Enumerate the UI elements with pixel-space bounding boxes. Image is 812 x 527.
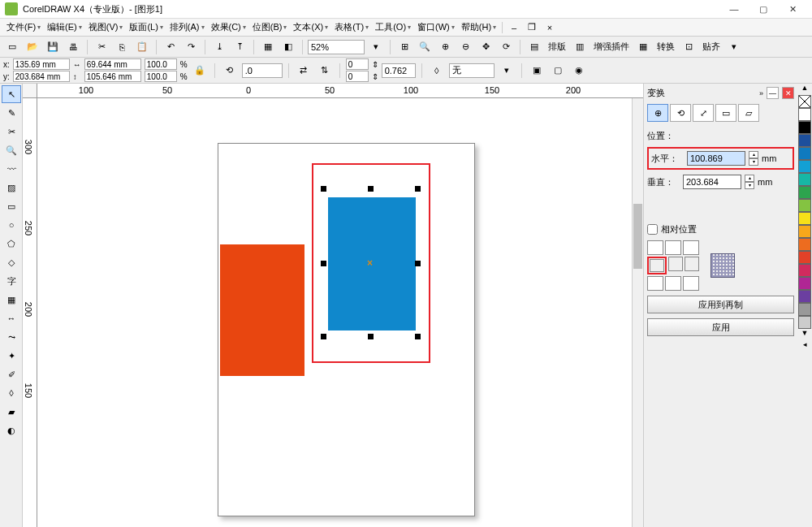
corner-x-input[interactable] [346, 58, 369, 70]
palette-up-icon[interactable]: ▲ [797, 84, 812, 95]
orange-rectangle[interactable] [220, 244, 304, 376]
angle-input[interactable] [242, 63, 283, 78]
height-input[interactable] [84, 71, 141, 82]
undo-icon[interactable]: ↶ [162, 38, 179, 56]
swatch-10[interactable] [798, 238, 811, 251]
handle-e[interactable] [415, 261, 421, 266]
redo-icon[interactable]: ↷ [182, 38, 200, 56]
anchor-tr[interactable] [683, 240, 699, 255]
dropdown-icon[interactable]: ▾ [725, 38, 743, 56]
rotate-icon[interactable]: ⟲ [221, 62, 239, 80]
menu-effects[interactable]: 效果(C)▾ [208, 19, 249, 35]
handle-nw[interactable] [321, 186, 326, 192]
menu-tools[interactable]: 工具(O)▾ [372, 19, 414, 35]
menu-bitmap[interactable]: 位图(B)▾ [249, 19, 291, 35]
doc-close-icon[interactable]: × [541, 19, 559, 37]
btn-plugin[interactable]: 增强插件 [591, 41, 632, 53]
swatch-7[interactable] [798, 199, 811, 212]
lock-ratio-icon[interactable]: 🔒 [191, 62, 209, 80]
smart-fill-icon[interactable]: ▨ [2, 179, 21, 197]
menu-text[interactable]: 文本(X)▾ [290, 19, 331, 35]
snap-icon[interactable]: ⊞ [395, 38, 413, 56]
swatch-14[interactable] [798, 290, 811, 303]
maximize-button[interactable]: ▢ [749, 0, 778, 19]
fill-tool-icon[interactable]: ▰ [2, 403, 21, 421]
convert-curve-icon[interactable]: ◉ [570, 62, 588, 80]
corner-y-input[interactable] [346, 71, 369, 82]
palette-down-icon[interactable]: ▼ [797, 329, 812, 340]
import-icon[interactable]: ⤓ [210, 38, 228, 56]
mirror-v-icon[interactable]: ⇅ [316, 62, 334, 80]
save-icon[interactable]: 💾 [44, 38, 62, 56]
apply-button[interactable]: 应用 [647, 318, 794, 336]
new-icon[interactable]: ▭ [3, 38, 21, 56]
app-launcher-icon[interactable]: ▦ [259, 38, 277, 56]
menu-edit[interactable]: 编辑(E)▾ [44, 19, 85, 35]
crop-tool-icon[interactable]: ✂ [2, 123, 21, 140]
tab-rotate-icon[interactable]: ⟲ [670, 104, 691, 122]
tab-skew-icon[interactable]: ▱ [738, 104, 759, 122]
menu-file[interactable]: 文件(F)▾ [3, 19, 44, 35]
dock-pin-icon[interactable]: — [767, 87, 779, 99]
text-tool-icon[interactable]: 字 [2, 272, 21, 290]
scale-y-input[interactable] [145, 71, 177, 82]
shape-tool-icon[interactable]: ✎ [2, 104, 21, 122]
copy-icon[interactable]: ⎘ [113, 38, 131, 56]
polygon-tool-icon[interactable]: ⬠ [2, 235, 21, 253]
handle-ne[interactable] [415, 186, 421, 192]
pan-icon[interactable]: ✥ [477, 38, 495, 56]
table-tool-icon[interactable]: ▦ [2, 291, 21, 309]
effects-tool-icon[interactable]: ✦ [2, 347, 21, 365]
relative-checkbox-row[interactable]: 相对位置 [647, 223, 794, 235]
palette-flyout-icon[interactable]: ◂ [797, 340, 812, 352]
basic-shape-icon[interactable]: ◇ [2, 253, 21, 271]
apply-duplicate-button[interactable]: 应用到再制 [647, 296, 794, 313]
x-input[interactable] [13, 58, 70, 70]
y-input[interactable] [13, 71, 70, 82]
btn-align[interactable]: 贴齐 [700, 41, 723, 53]
scrollbar-thumb[interactable] [633, 204, 642, 269]
handle-se[interactable] [415, 334, 421, 339]
btn-paiban[interactable]: 排版 [546, 41, 568, 53]
rectangle-tool-icon[interactable]: ▭ [2, 197, 21, 215]
h-spin-up[interactable]: ▴ [749, 151, 758, 158]
convert-icon[interactable]: ▦ [634, 38, 652, 56]
menu-table[interactable]: 表格(T)▾ [331, 19, 372, 35]
scale-x-input[interactable] [145, 58, 177, 70]
ellipse-tool-icon[interactable]: ○ [2, 216, 21, 234]
search-icon[interactable]: 🔍 [416, 38, 434, 56]
canvas[interactable]: × [37, 98, 643, 527]
anchor-tl[interactable] [647, 240, 663, 255]
handle-n[interactable] [368, 186, 374, 192]
h-spin-down[interactable]: ▾ [749, 158, 758, 166]
zoom-out-icon[interactable]: ⊖ [456, 38, 474, 56]
scrollbar-vertical[interactable] [632, 98, 643, 527]
fill-dropdown-icon[interactable]: ▾ [498, 62, 516, 80]
print-icon[interactable]: 🖶 [64, 38, 82, 56]
zoom-dropdown-icon[interactable]: ▾ [367, 38, 385, 56]
swatch-15[interactable] [798, 303, 811, 316]
to-back-icon[interactable]: ▢ [549, 62, 567, 80]
anchor-ml[interactable] [650, 259, 664, 272]
eyedropper-tool-icon[interactable]: ✐ [2, 365, 21, 383]
welcome-icon[interactable]: ◧ [279, 38, 297, 56]
freehand-tool-icon[interactable]: 〰 [2, 160, 21, 178]
swatch-8[interactable] [798, 212, 811, 225]
close-button[interactable]: ✕ [778, 0, 807, 19]
menu-help[interactable]: 帮助(H)▾ [458, 19, 499, 35]
swatch-11[interactable] [798, 251, 811, 264]
anchor-bl[interactable] [647, 276, 663, 291]
v-spin-down[interactable]: ▾ [745, 182, 754, 189]
paste-icon[interactable]: 📋 [133, 38, 151, 56]
export-icon[interactable]: ⤒ [231, 38, 248, 56]
anchor-mr[interactable] [685, 257, 699, 271]
swatch-6[interactable] [798, 186, 811, 199]
menu-window[interactable]: 窗口(W)▾ [414, 19, 458, 35]
swatch-1[interactable] [798, 121, 811, 134]
width-input[interactable] [84, 58, 141, 70]
mirror-h-icon[interactable]: ⇄ [295, 62, 313, 80]
menu-layout[interactable]: 版面(L)▾ [126, 19, 166, 35]
dimension-tool-icon[interactable]: ↔ [2, 309, 21, 327]
swatch-5[interactable] [798, 173, 811, 186]
swatch-3[interactable] [798, 147, 811, 160]
